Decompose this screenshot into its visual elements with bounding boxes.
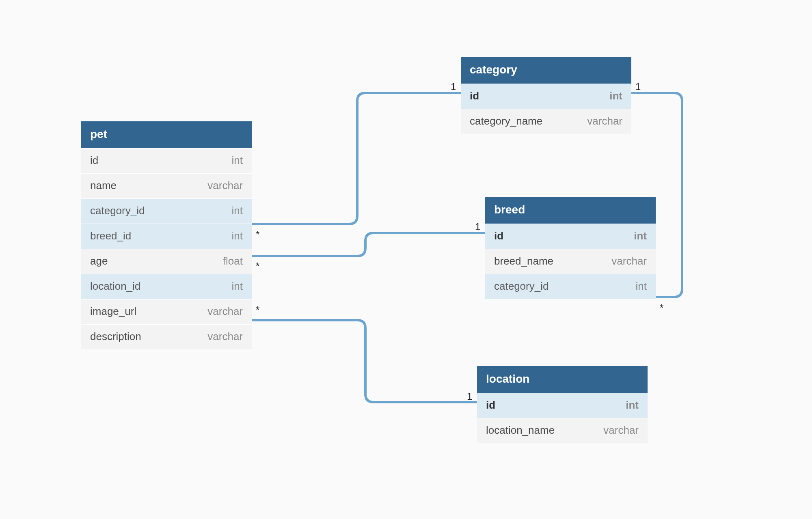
column-name: category_id (494, 280, 549, 293)
column-name: name (90, 179, 117, 192)
cardinality-label: 1 (635, 81, 641, 93)
table-title: category (470, 63, 517, 76)
column-name: location_name (486, 424, 555, 437)
column-type: int (232, 205, 243, 217)
table-row: image_urlvarchar (81, 299, 252, 324)
table-breed[interactable]: breed idint breed_namevarchar category_i… (485, 197, 656, 299)
table-header: location (477, 366, 648, 393)
column-name: age (90, 255, 108, 267)
column-type: int (232, 230, 243, 242)
table-title: location (486, 373, 529, 385)
column-type: varchar (611, 255, 647, 267)
column-name: location_id (90, 280, 140, 293)
cardinality-label: * (256, 304, 259, 316)
table-title: pet (90, 128, 107, 140)
column-name: category_id (90, 205, 145, 217)
table-row: category_idint (485, 274, 656, 299)
table-category[interactable]: category idint category_namevarchar (461, 57, 631, 134)
column-type: int (232, 154, 243, 167)
table-pet[interactable]: pet idint namevarchar category_idint bre… (81, 121, 252, 349)
table-row: category_namevarchar (461, 109, 631, 134)
table-row: idint (477, 393, 648, 418)
column-name: breed_name (494, 255, 553, 267)
table-header: category (461, 57, 631, 84)
table-row: location_namevarchar (477, 418, 648, 443)
column-name: id (486, 399, 495, 411)
column-type: int (609, 90, 622, 102)
table-row: idint (485, 224, 656, 249)
cardinality-label: 1 (467, 391, 472, 402)
table-row: category_idint (81, 198, 252, 224)
column-name: id (494, 230, 503, 242)
table-row: descriptionvarchar (81, 324, 252, 349)
cardinality-label: * (660, 302, 663, 314)
table-row: agefloat (81, 249, 252, 274)
table-row: idint (81, 148, 252, 173)
column-name: description (90, 330, 141, 343)
column-type: float (223, 255, 243, 267)
table-location[interactable]: location idint location_namevarchar (477, 366, 648, 443)
table-row: namevarchar (81, 173, 252, 198)
column-type: varchar (587, 115, 622, 127)
table-header: breed (485, 197, 656, 224)
table-row: breed_idint (81, 224, 252, 249)
column-name: id (90, 154, 98, 167)
column-type: varchar (207, 179, 243, 192)
column-name: id (470, 90, 479, 102)
column-type: varchar (207, 305, 243, 318)
cardinality-label: * (256, 261, 259, 272)
column-type: int (636, 280, 647, 293)
cardinality-label: * (256, 229, 259, 240)
column-name: category_name (470, 115, 542, 127)
column-type: varchar (207, 330, 243, 343)
table-row: idint (461, 84, 631, 109)
column-type: varchar (603, 424, 639, 437)
cardinality-label: 1 (475, 221, 480, 233)
column-name: breed_id (90, 230, 131, 242)
column-type: int (232, 280, 243, 293)
erd-canvas: pet idint namevarchar category_idint bre… (0, 0, 812, 519)
column-type: int (634, 230, 647, 242)
cardinality-label: 1 (451, 81, 456, 93)
table-row: location_idint (81, 274, 252, 299)
table-row: breed_namevarchar (485, 249, 656, 274)
column-type: int (626, 399, 639, 411)
table-title: breed (494, 203, 525, 216)
table-header: pet (81, 121, 252, 148)
column-name: image_url (90, 305, 136, 318)
